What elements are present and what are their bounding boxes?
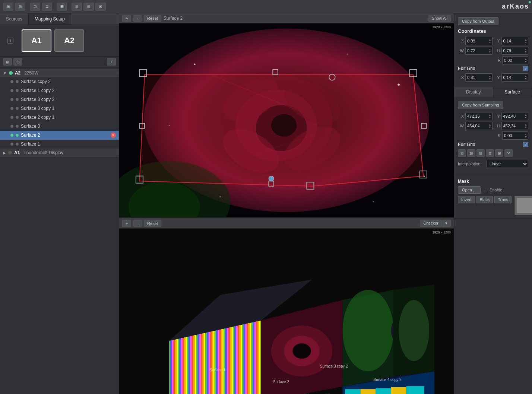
surface-item-1copy2[interactable]: Surface 1 copy 2 xyxy=(0,86,119,95)
toolbar-btn-4[interactable]: ⊠ xyxy=(42,3,52,11)
h-input[interactable]: ▲▼ xyxy=(501,47,529,55)
h-spin[interactable]: ▲▼ xyxy=(524,47,528,54)
r-field[interactable] xyxy=(504,58,521,63)
x-spin[interactable]: ▲▼ xyxy=(488,37,492,45)
surface-item-3copy2[interactable]: Surface 3 copy 2 xyxy=(0,95,119,104)
r-label: R xyxy=(498,58,501,63)
svg-rect-58 xyxy=(376,388,391,394)
y-input[interactable]: ▲▼ xyxy=(501,37,529,45)
vp-top-show-all-btn[interactable]: Show All xyxy=(428,15,451,22)
y-spin[interactable]: ▲▼ xyxy=(524,37,528,45)
mask-open-btn[interactable]: Open ... xyxy=(458,186,481,194)
source-a2[interactable]: A2 xyxy=(54,29,84,52)
x-input[interactable]: ▲▼ xyxy=(465,37,493,45)
sw-field[interactable] xyxy=(467,124,485,128)
w-spin[interactable]: ▲▼ xyxy=(488,47,492,54)
grid-icon-2[interactable]: ⊡ xyxy=(467,149,475,157)
r-spin[interactable]: ▲▼ xyxy=(524,57,528,64)
toolbar-btn-6[interactable]: ⊞ xyxy=(72,3,82,11)
grid-icon-1[interactable]: ⊞ xyxy=(458,149,466,157)
surface-item-3[interactable]: Surface 3 xyxy=(0,122,119,131)
grid-y-input[interactable]: ▲▼ xyxy=(501,73,529,82)
x-field[interactable] xyxy=(467,39,485,43)
tab-sources[interactable]: Sources xyxy=(0,13,29,25)
mask-enable-label: Enable xyxy=(490,188,502,192)
right-panel: Copy from Output Coordinates X ▲▼ Y ▲▼ W xyxy=(454,13,532,394)
toolbar-btn-3[interactable]: ⊡ xyxy=(30,3,40,11)
toolbar-btn-2[interactable]: ⊟ xyxy=(15,3,25,11)
sh-input[interactable]: ▲▼ xyxy=(501,122,529,130)
grid-icon-6[interactable]: ✕ xyxy=(504,149,513,157)
surface-item-copy2[interactable]: Surface copy 2 xyxy=(0,77,119,86)
edit-grid-checkbox-top[interactable]: ✓ xyxy=(523,66,528,71)
edit-grid-checkbox-bottom[interactable]: ✓ xyxy=(523,142,528,147)
surface-item-1[interactable]: Surface 1 xyxy=(0,140,119,149)
interpolation-select[interactable]: Linear Nearest Cubic xyxy=(486,160,528,168)
tab-mapping-setup[interactable]: Mapping Setup xyxy=(29,13,71,25)
tab-display[interactable]: Display xyxy=(454,87,493,97)
vp-bottom-reset-btn[interactable]: Reset xyxy=(144,220,161,227)
toolbar-btn-1[interactable]: ⊞ xyxy=(3,3,13,11)
device-header-a1[interactable]: ▶ A1 Thunderbolt Display xyxy=(0,149,119,157)
grid-x-field[interactable] xyxy=(467,75,485,80)
toolbar-btn-7[interactable]: ⊟ xyxy=(83,3,94,11)
source-a1[interactable]: A1 xyxy=(22,29,51,52)
copy-from-sampling-btn[interactable]: Copy from Sampling xyxy=(458,101,503,109)
sy-field[interactable] xyxy=(503,114,522,118)
grid-icon-3[interactable]: ⊟ xyxy=(476,149,485,157)
w-field[interactable] xyxy=(467,48,485,53)
device-header-a2[interactable]: ▼ A2 2250W xyxy=(0,69,119,77)
surface-item-2-selected[interactable]: Surface 2 ✕ xyxy=(0,131,119,140)
bottom-res-badge: 1920 x 1200 xyxy=(431,230,452,235)
mask-black-btn[interactable]: Black xyxy=(476,196,493,203)
sh-field[interactable] xyxy=(503,124,522,128)
view-btn-2[interactable]: ⊡ xyxy=(13,58,22,66)
mask-enable-checkbox[interactable] xyxy=(483,188,487,192)
surface-item-2copy1[interactable]: Surface 2 copy 1 xyxy=(0,113,119,122)
sx-input[interactable]: ▲▼ xyxy=(465,112,493,120)
mask-invert-btn[interactable]: Invert xyxy=(458,196,475,203)
grid-icon-4[interactable]: ⊠ xyxy=(486,149,494,157)
sr-spin[interactable]: ▲▼ xyxy=(524,132,528,139)
vp-bottom-checker-arrow[interactable]: ▾ xyxy=(442,220,451,227)
grid-y-field[interactable] xyxy=(503,75,522,80)
sr-field[interactable] xyxy=(504,133,521,138)
r-input[interactable]: ▲▼ xyxy=(502,56,528,64)
view-btn-1[interactable]: ⊞ xyxy=(3,58,12,66)
tab-surface[interactable]: Surface xyxy=(493,87,532,97)
y-field[interactable] xyxy=(503,39,522,43)
grid-x-input[interactable]: ▲▼ xyxy=(465,73,493,82)
surface-item-3copy1[interactable]: Surface 3 copy 1 xyxy=(0,104,119,113)
vp-bottom-add-btn[interactable]: + xyxy=(122,220,131,227)
grid-x-spin[interactable]: ▲▼ xyxy=(488,74,492,81)
vp-top-remove-btn[interactable]: - xyxy=(133,15,142,22)
vp-bottom-checker-btn[interactable]: Checker xyxy=(420,220,442,227)
surface-dot-7b xyxy=(16,134,19,137)
expand-icon[interactable]: i xyxy=(7,38,13,44)
toolbar-btn-5[interactable]: ☰ xyxy=(57,3,67,11)
vp-top-add-btn[interactable]: + xyxy=(122,15,131,22)
surface-r-row: R ▲▼ xyxy=(458,131,528,140)
sw-spin[interactable]: ▲▼ xyxy=(488,122,492,130)
sx-field[interactable] xyxy=(467,114,485,118)
grid-icon-5[interactable]: ⊞ xyxy=(495,149,503,157)
w-input[interactable]: ▲▼ xyxy=(465,47,493,55)
h-field[interactable] xyxy=(503,48,522,53)
sx-spin[interactable]: ▲▼ xyxy=(488,112,492,120)
sy-input[interactable]: ▲▼ xyxy=(501,112,529,120)
vp-top-reset-btn[interactable]: Reset xyxy=(144,15,161,22)
copy-from-output-btn[interactable]: Copy from Output xyxy=(458,17,498,25)
sh-spin[interactable]: ▲▼ xyxy=(524,122,528,130)
sy-spin[interactable]: ▲▼ xyxy=(524,112,528,120)
surface-close-btn[interactable]: ✕ xyxy=(111,133,116,138)
sw-label: W xyxy=(458,124,464,128)
sr-input[interactable]: ▲▼ xyxy=(502,131,528,140)
sw-input[interactable]: ▲▼ xyxy=(465,122,493,130)
mask-trans-btn[interactable]: Trans xyxy=(494,196,512,203)
vp-bottom-remove-btn[interactable]: - xyxy=(133,220,142,227)
toolbar-btn-8[interactable]: ⊠ xyxy=(95,3,106,11)
grid-y-spin[interactable]: ▲▼ xyxy=(524,74,528,81)
tab-bar: Sources Mapping Setup xyxy=(0,13,119,25)
add-surface-btn[interactable]: + xyxy=(107,58,116,66)
sh-label: H xyxy=(494,124,500,128)
